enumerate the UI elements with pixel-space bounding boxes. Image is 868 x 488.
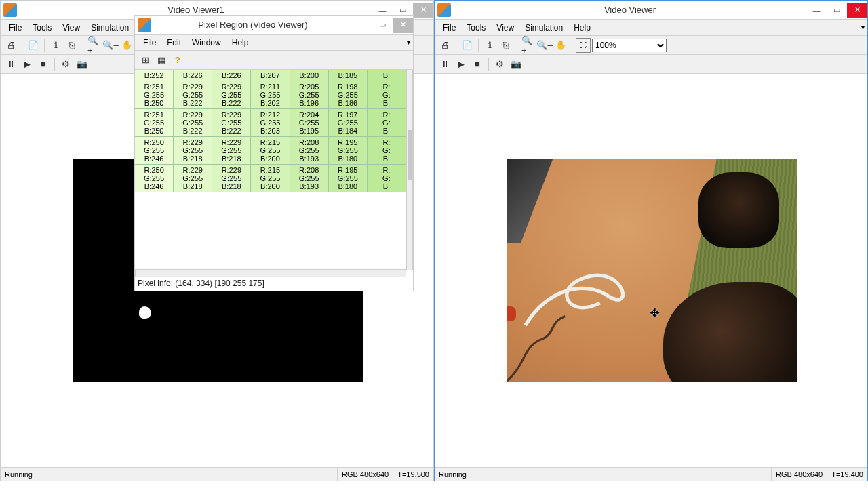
pixel-cell: R:204G:255B:195: [290, 109, 329, 136]
play-icon[interactable]: ▶: [454, 57, 469, 72]
pixel-grid-area: B:252B:226B:226B:207B:200B:185B:R:251G:2…: [135, 70, 413, 291]
highlight-icon[interactable]: ⚙: [58, 57, 73, 72]
status-time: T=19.500: [393, 468, 433, 481]
grid2-icon[interactable]: ▦: [154, 53, 169, 68]
detected-blob: [139, 306, 151, 319]
pixel-table: B:252B:226B:226B:207B:200B:185B:R:251G:2…: [135, 70, 406, 270]
pixel-cell: R:250G:255B:246: [135, 165, 174, 192]
pixel-cell: R:229G:255B:222: [174, 81, 212, 108]
menu-file[interactable]: File: [437, 22, 461, 34]
status-running: Running: [435, 468, 772, 481]
pixel-cell: R:250G:255B:246: [135, 137, 174, 164]
info-icon[interactable]: ℹ: [48, 38, 63, 53]
close-button[interactable]: ✕: [393, 18, 413, 33]
menu-tools[interactable]: Tools: [461, 22, 491, 34]
menu-help[interactable]: Help: [568, 22, 596, 34]
stop-icon[interactable]: ■: [470, 57, 485, 72]
zoom-select[interactable]: 100%: [592, 39, 667, 52]
pixel-cell: R:G:B:: [368, 137, 406, 164]
toolbar-main: 🖨 📄 ℹ ⎘ 🔍+ 🔍– ✋ ⛶ 100%: [435, 36, 867, 55]
copy-icon[interactable]: ⎘: [498, 38, 513, 53]
titlebar[interactable]: Pixel Region (Video Viewer) — ▭ ✕: [135, 16, 413, 35]
menu-tools[interactable]: Tools: [27, 22, 57, 34]
menu-view[interactable]: View: [491, 22, 519, 34]
zoom-out-icon[interactable]: 🔍–: [537, 38, 552, 53]
menu-window[interactable]: Window: [186, 37, 226, 49]
zoom-in-icon[interactable]: 🔍+: [87, 38, 102, 53]
pixel-header-cell: B:226: [174, 70, 212, 81]
pixel-cell: R:208G:255B:193: [290, 165, 329, 192]
pause-icon[interactable]: ⏸: [437, 57, 452, 72]
zoom-in-icon[interactable]: 🔍+: [521, 38, 536, 53]
copy-icon[interactable]: ⎘: [64, 38, 79, 53]
titlebar[interactable]: Video Viewer — ▭ ✕: [435, 1, 867, 20]
menu-simulation[interactable]: Simulation: [85, 22, 134, 34]
menubar: File Tools View Simulation Help ▾: [435, 20, 867, 36]
grid-icon[interactable]: ⊞: [138, 53, 153, 68]
table-crack: [507, 315, 588, 382]
pixel-header-cell: B:200: [290, 70, 329, 81]
minimize-button[interactable]: —: [352, 18, 372, 33]
pixel-cell: R:229G:255B:222: [212, 109, 251, 136]
status-dimensions: RGB:480x640: [772, 468, 827, 481]
stop-icon[interactable]: ■: [36, 57, 51, 72]
pan-icon[interactable]: ✋: [119, 38, 134, 53]
fit-to-view-icon[interactable]: ⛶: [576, 38, 591, 53]
menu-help[interactable]: Help: [226, 37, 254, 49]
snapshot-icon[interactable]: 📷: [75, 57, 90, 72]
print-icon[interactable]: 🖨: [437, 38, 452, 53]
office-chair-far: [698, 172, 780, 248]
pixel-cell: R:212G:255B:203: [251, 109, 290, 136]
highlight-icon[interactable]: ⚙: [492, 57, 507, 72]
maximize-button[interactable]: ▭: [372, 18, 393, 33]
play-icon[interactable]: ▶: [20, 57, 35, 72]
snapshot-icon[interactable]: 📷: [509, 57, 524, 72]
menu-file[interactable]: File: [138, 37, 161, 49]
pixel-cell: R:251G:255B:250: [135, 81, 174, 108]
pixel-cell: R:215G:255B:200: [251, 165, 290, 192]
status-dimensions: RGB:480x640: [338, 468, 393, 481]
pixel-cell: R:205G:255B:196: [290, 81, 329, 108]
pixel-cell: R:198G:255B:186: [329, 81, 368, 108]
pixel-cell: R:229G:255B:218: [174, 137, 212, 164]
info-icon[interactable]: ℹ: [482, 38, 497, 53]
zoom-out-icon[interactable]: 🔍–: [103, 38, 118, 53]
status-time: T=19.400: [827, 468, 867, 481]
print-icon[interactable]: 🖨: [3, 38, 18, 53]
pause-icon[interactable]: ⏸: [3, 57, 18, 72]
menu-file[interactable]: File: [3, 22, 27, 34]
pixel-cell: R:229G:255B:222: [212, 81, 251, 108]
scrollbar-horizontal[interactable]: [135, 269, 406, 277]
close-button[interactable]: ✕: [847, 3, 867, 18]
menu-view[interactable]: View: [57, 22, 85, 34]
video-canvas-area: ✥: [435, 74, 867, 467]
minimize-button[interactable]: —: [806, 3, 827, 18]
menu-overflow-icon[interactable]: ▾: [407, 39, 410, 46]
pixel-cell: R:195G:255B:180: [329, 137, 368, 164]
pixel-cell: R:211G:255B:202: [251, 81, 290, 108]
move-cursor-icon: ✥: [650, 306, 660, 321]
maximize-button[interactable]: ▭: [827, 3, 847, 18]
window-title: Video Viewer1: [20, 5, 372, 15]
window-title: Pixel Region (Video Viewer): [154, 20, 352, 30]
menu-edit[interactable]: Edit: [161, 37, 186, 49]
new-icon[interactable]: 📄: [26, 38, 41, 53]
app-icon: [138, 18, 151, 32]
pixel-cell: R:251G:255B:250: [135, 109, 174, 136]
pixel-cell: R:215G:255B:200: [251, 137, 290, 164]
menu-simulation[interactable]: Simulation: [519, 22, 568, 34]
help-icon[interactable]: ?: [170, 53, 185, 68]
window-video-viewer-2: Video Viewer — ▭ ✕ File Tools View Simul…: [434, 0, 868, 481]
pan-icon[interactable]: ✋: [553, 38, 568, 53]
toolbar-playback: ⏸ ▶ ■ ⚙ 📷: [435, 55, 867, 74]
pixel-cell: R:G:B:: [368, 165, 406, 192]
scrollbar-vertical[interactable]: [406, 70, 413, 270]
toolbar: ⊞ ▦ ?: [135, 51, 413, 70]
menubar: File Edit Window Help ▾: [135, 35, 413, 51]
statusbar: Running RGB:480x640 T=19.400: [435, 467, 867, 481]
new-icon[interactable]: 📄: [460, 38, 475, 53]
pixel-header-cell: B:226: [212, 70, 251, 81]
close-button[interactable]: ✕: [413, 3, 433, 18]
menu-overflow-icon[interactable]: ▾: [861, 24, 865, 31]
pixel-header-cell: B:185: [329, 70, 368, 81]
